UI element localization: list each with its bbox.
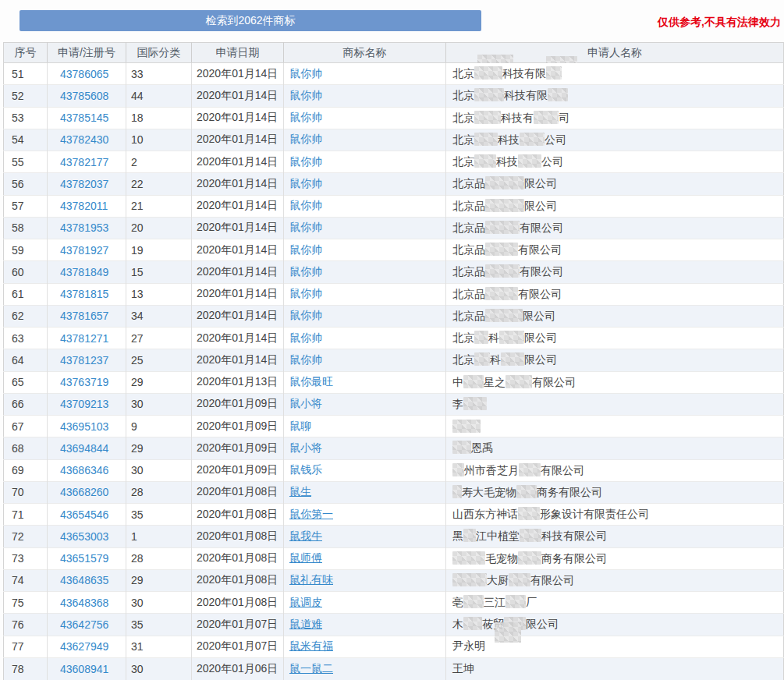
registration-number-link[interactable]: 43642756 — [60, 618, 108, 631]
registration-number-link[interactable]: 43785608 — [60, 90, 108, 102]
registration-number-link[interactable]: 43648368 — [60, 597, 108, 609]
table-row: 7043668260282020年01月08日鼠生寿大毛宠物商务有限公司 — [4, 481, 784, 503]
registration-number-link[interactable]: 43781815 — [60, 288, 108, 300]
redaction-mosaic — [463, 529, 476, 542]
trademark-name-link[interactable]: 鼠聊 — [289, 420, 311, 432]
intl-class-cell: 19 — [126, 239, 192, 261]
trademark-name-link[interactable]: 鼠你帅 — [289, 309, 322, 321]
trademark-name-link[interactable]: 鼠你帅 — [289, 287, 322, 299]
registration-number-cell: 43695103 — [48, 416, 126, 437]
trademark-name-cell: 鼠一鼠二 — [284, 657, 446, 679]
registration-number-link[interactable]: 43627949 — [60, 640, 108, 653]
trademark-name-link[interactable]: 鼠师傅 — [289, 551, 322, 564]
trademark-name-link[interactable]: 鼠小将 — [289, 441, 322, 454]
trademark-name-cell: 鼠道难 — [284, 614, 446, 636]
trademark-name-link[interactable]: 鼠你帅 — [289, 199, 322, 211]
column-header-0: 序号 — [4, 43, 48, 63]
registration-number-link[interactable]: 43781271 — [60, 332, 108, 345]
registration-number-link[interactable]: 43668260 — [60, 486, 108, 498]
redaction-mosaic — [504, 617, 526, 630]
registration-number-link[interactable]: 43781849 — [60, 266, 108, 278]
serial-number-cell: 54 — [4, 129, 48, 151]
registration-number-link[interactable]: 43654546 — [60, 508, 108, 521]
table-row: 5243785608442020年01月14日鼠你帅北京科技有限 — [4, 85, 784, 107]
registration-number-link[interactable]: 43781927 — [60, 244, 108, 257]
trademark-name-link[interactable]: 鼠道难 — [289, 618, 322, 630]
application-date-cell: 2020年01月14日 — [192, 217, 284, 239]
registration-number-link[interactable]: 43786065 — [60, 68, 108, 80]
trademark-name-link[interactable]: 鼠你帅 — [289, 155, 322, 168]
serial-number-cell: 74 — [4, 569, 48, 591]
trademark-name-link[interactable]: 鼠你帅 — [289, 353, 322, 366]
registration-number-link[interactable]: 43686346 — [60, 464, 108, 476]
registration-number-link[interactable]: 43695103 — [60, 420, 108, 433]
application-date-cell: 2020年01月08日 — [192, 592, 284, 614]
serial-number-cell: 66 — [4, 393, 48, 415]
table-row: 6343781271272020年01月14日鼠你帅北京科限公司 — [4, 328, 784, 349]
registration-number-link[interactable]: 43782037 — [60, 178, 108, 190]
registration-number-link[interactable]: 43781657 — [60, 310, 108, 322]
registration-number-link[interactable]: 43709213 — [60, 398, 108, 410]
trademark-name-link[interactable]: 鼠礼有味 — [289, 573, 333, 586]
trademark-name-link[interactable]: 鼠你最旺 — [289, 375, 333, 388]
trademark-name-link[interactable]: 鼠你帅 — [289, 133, 322, 145]
table-row: 6643709213302020年01月09日鼠小将李 — [4, 393, 784, 415]
applicant-name-cell: 北京品有限公司 — [446, 283, 784, 305]
registration-number-cell: 43686346 — [48, 459, 126, 481]
redaction-mosaic — [474, 154, 496, 168]
redaction-mosaic — [534, 111, 559, 124]
applicant-name-cell: 北京科技公司 — [446, 151, 784, 173]
trademark-name-link[interactable]: 鼠钱乐 — [289, 463, 322, 476]
registration-number-link[interactable]: 43651579 — [60, 552, 108, 565]
application-date-cell: 2020年01月14日 — [192, 107, 284, 129]
trademark-name-link[interactable]: 鼠你帅 — [289, 243, 322, 256]
registration-number-link[interactable]: 43785145 — [60, 112, 108, 124]
applicant-name-cell: 北京品有限公司 — [446, 217, 784, 239]
redaction-mosaic — [506, 595, 526, 608]
trademark-name-link[interactable]: 鼠你帅 — [289, 331, 322, 344]
trademark-name-link[interactable]: 鼠你帅 — [289, 221, 322, 233]
application-date-cell: 2020年01月14日 — [192, 129, 284, 151]
table-row: 6543763719292020年01月13日鼠你最旺中星之有限公司 — [4, 371, 784, 393]
registration-number-link[interactable]: 43694844 — [60, 442, 108, 455]
registration-number-link[interactable]: 43781953 — [60, 221, 108, 234]
trademark-name-cell: 鼠你帅 — [284, 63, 446, 85]
trademark-name-link[interactable]: 鼠你帅 — [289, 177, 322, 189]
registration-number-cell: 43781927 — [48, 239, 126, 261]
registration-number-link[interactable]: 43781237 — [60, 354, 108, 367]
registration-number-cell: 43709213 — [48, 393, 126, 415]
serial-number-cell: 68 — [4, 437, 48, 459]
registration-number-link[interactable]: 43782177 — [60, 156, 108, 168]
trademark-name-link[interactable]: 鼠一鼠二 — [289, 662, 333, 675]
registration-number-link[interactable]: 43608941 — [60, 663, 108, 675]
registration-number-link[interactable]: 43763719 — [60, 376, 108, 388]
registration-number-link[interactable]: 43648635 — [60, 574, 108, 586]
table-row: 5343785145182020年01月14日鼠你帅北京科技有司 — [4, 107, 784, 129]
redaction-mosaic — [452, 441, 471, 454]
table-row: 5443782430102020年01月14日鼠你帅北京科技公司 — [4, 129, 784, 151]
redaction-mosaic — [485, 176, 524, 189]
trademark-name-cell: 鼠你第一 — [284, 504, 446, 526]
trademark-name-link[interactable]: 鼠你帅 — [289, 89, 322, 101]
redaction-mosaic — [548, 88, 568, 101]
trademark-name-link[interactable]: 鼠你第一 — [289, 508, 333, 520]
trademark-name-link[interactable]: 鼠米有福 — [289, 639, 333, 652]
trademark-name-link[interactable]: 鼠小将 — [289, 397, 322, 409]
trademark-name-link[interactable]: 鼠生 — [289, 485, 311, 498]
registration-number-link[interactable]: 43782430 — [60, 133, 108, 146]
trademark-name-link[interactable]: 鼠我牛 — [289, 529, 322, 542]
trademark-name-link[interactable]: 鼠调皮 — [289, 596, 322, 608]
trademark-name-link[interactable]: 鼠你帅 — [289, 265, 322, 278]
application-date-cell: 2020年01月14日 — [192, 85, 284, 107]
trademark-name-cell: 鼠你帅 — [284, 217, 446, 239]
table-row: 6043781849152020年01月14日鼠你帅北京品有限公司 — [4, 261, 784, 283]
result-count-banner[interactable]: 检索到2062件商标 — [20, 10, 481, 31]
registration-number-link[interactable]: 43653003 — [60, 530, 108, 543]
serial-number-cell: 78 — [4, 657, 48, 679]
registration-number-link[interactable]: 43782011 — [60, 200, 108, 212]
applicant-name-cell: 山西东方神话形象设计有限责任公司 — [446, 504, 784, 526]
trademark-name-link[interactable]: 鼠你帅 — [289, 67, 322, 80]
applicant-name-cell: 北京品有限公司 — [446, 261, 784, 283]
intl-class-cell: 31 — [126, 636, 192, 657]
trademark-name-link[interactable]: 鼠你帅 — [289, 111, 322, 123]
